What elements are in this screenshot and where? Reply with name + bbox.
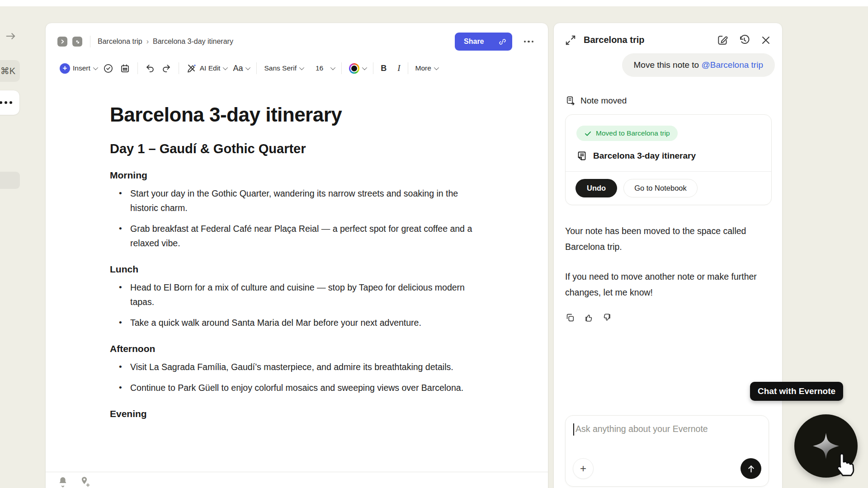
section-heading: Evening <box>110 408 480 419</box>
thumbs-up-button[interactable] <box>584 313 594 323</box>
note-editor-card: Barcelona trip › Barcelona 3-day itinera… <box>45 23 548 488</box>
bullet-item: Start your day in the Gothic Quarter, wa… <box>110 186 480 215</box>
text-color-dropdown[interactable] <box>346 61 369 75</box>
undo-button[interactable]: Undo <box>576 179 617 197</box>
section-heading: Afternoon <box>110 343 480 354</box>
sidebar-more-button[interactable] <box>0 90 20 115</box>
bullet-list: Start your day in the Gothic Quarter, wa… <box>110 186 480 250</box>
check-icon <box>584 130 592 137</box>
calendar-button[interactable] <box>117 61 133 75</box>
chat-history-button[interactable] <box>738 34 750 46</box>
copy-response-button[interactable] <box>565 313 575 323</box>
insert-dropdown[interactable]: + Insert <box>57 61 100 75</box>
chevron-down-icon <box>330 65 335 70</box>
attach-button[interactable]: + <box>573 458 594 479</box>
undo-icon <box>145 63 155 73</box>
section-heading: Morning <box>110 170 480 181</box>
thumbs-down-button[interactable] <box>602 313 612 323</box>
share-button[interactable]: Share <box>455 33 493 51</box>
copy-icon <box>565 313 575 323</box>
panel-title: Barcelona trip <box>584 35 717 45</box>
redo-button[interactable] <box>158 61 175 75</box>
more-formatting-dropdown[interactable]: More <box>412 62 441 74</box>
status-row: Note moved <box>565 95 782 106</box>
note-icon <box>576 150 587 161</box>
undo-button[interactable] <box>142 61 158 75</box>
moved-badge: Moved to Barcelona trip <box>576 126 678 141</box>
breadcrumb-current[interactable]: Barcelona 3-day itinerary <box>153 38 233 46</box>
sidebar-collapsed-item[interactable] <box>0 172 20 189</box>
section-heading: Lunch <box>110 264 480 275</box>
note-more-options-button[interactable] <box>521 38 537 46</box>
status-text: Note moved <box>580 96 627 106</box>
ai-pen-icon <box>186 63 197 74</box>
reminder-bell-button[interactable] <box>57 476 68 488</box>
panel-header: Barcelona trip <box>554 23 782 46</box>
note-content[interactable]: Barcelona 3-day itinerary Day 1 – Gaudí … <box>46 80 548 419</box>
bullet-list: Visit La Sagrada Família, Gaudí’s master… <box>110 360 480 395</box>
breadcrumb-parent[interactable]: Barcelona trip <box>98 38 142 46</box>
editor-footer <box>57 476 91 488</box>
bold-button[interactable]: B <box>377 62 390 75</box>
plus-icon: + <box>60 63 70 74</box>
chevron-down-icon <box>362 65 367 70</box>
bullet-item: Head to El Born for a mix of culture and… <box>110 280 480 309</box>
redo-icon <box>161 63 171 73</box>
italic-button[interactable]: I <box>394 61 403 75</box>
fab-tooltip: Chat with Evernote <box>750 382 843 401</box>
text-style-dropdown[interactable]: Aa <box>230 62 252 75</box>
expand-diagonal-icon <box>565 34 576 46</box>
send-button[interactable] <box>741 458 761 479</box>
divider <box>46 472 548 472</box>
font-family-dropdown[interactable]: Sans Serif <box>261 62 306 74</box>
editor-header: Barcelona trip › Barcelona 3-day itinera… <box>46 23 548 51</box>
assistant-paragraph: Your note has been moved to the space ca… <box>565 223 769 255</box>
note-moved-icon <box>565 95 576 106</box>
divider <box>90 36 90 47</box>
pin-add-icon <box>79 476 91 488</box>
bullet-item: Continue to Park Güell to enjoy colorful… <box>110 380 480 395</box>
assistant-paragraph: If you need to move another note or make… <box>565 269 769 300</box>
ai-edit-dropdown[interactable]: AI Edit <box>183 61 230 75</box>
history-clock-icon <box>738 34 750 46</box>
chevron-down-icon <box>223 65 228 70</box>
bullet-item: Take a quick walk around Santa Maria del… <box>110 315 480 330</box>
sidebar-expand-arrow-icon[interactable] <box>5 30 17 42</box>
bell-icon <box>57 476 68 488</box>
pin-add-button[interactable] <box>79 476 91 488</box>
bullet-item: Visit La Sagrada Família, Gaudí’s master… <box>110 360 480 374</box>
note-moved-card: Moved to Barcelona trip Barcelona 3-day … <box>565 114 772 205</box>
new-chat-button[interactable] <box>717 34 728 46</box>
close-panel-button[interactable] <box>760 35 771 46</box>
expand-panel-button[interactable] <box>565 34 576 46</box>
user-message-bubble: Move this note to @Barcelona trip <box>622 53 775 77</box>
chat-input[interactable]: Ask anything about your Evernote + <box>565 415 769 487</box>
calendar-icon <box>120 63 130 74</box>
shortcut-label: ⌘K <box>0 66 15 76</box>
moved-note-row: Barcelona 3-day itinerary <box>576 150 760 161</box>
top-strip <box>0 0 868 6</box>
expand-note-icon[interactable] <box>72 37 82 47</box>
day-heading: Day 1 – Gaudí & Gothic Quarter <box>110 141 480 156</box>
formatting-toolbar: + Insert AI Edit Aa Sans Serif 16 <box>46 56 548 80</box>
copy-link-button[interactable] <box>493 33 512 51</box>
checklist-button[interactable] <box>100 61 117 75</box>
assistant-panel: Barcelona trip Move this note to @Barcel… <box>553 23 783 488</box>
breadcrumb-separator: › <box>146 38 149 46</box>
chevron-down-icon <box>93 65 98 70</box>
go-to-notebook-button[interactable]: Go to Notebook <box>623 179 698 197</box>
chevron-down-icon <box>299 65 304 70</box>
notebook-mention[interactable]: @Barcelona trip <box>701 60 763 70</box>
moved-note-title[interactable]: Barcelona 3-day itinerary <box>593 151 696 161</box>
collapse-panel-icon[interactable] <box>57 37 67 47</box>
chevron-down-icon <box>434 65 439 70</box>
command-k-shortcut-chip[interactable]: ⌘K <box>0 60 20 82</box>
thumbs-up-icon <box>584 313 594 323</box>
font-size-dropdown[interactable]: 16 <box>312 62 337 74</box>
chat-input-placeholder: Ask anything about your Evernote <box>576 424 708 434</box>
ellipsis-icon <box>0 101 12 104</box>
chat-with-evernote-fab[interactable] <box>794 414 858 478</box>
bullet-item: Grab breakfast at Federal Café near Plaç… <box>110 221 480 250</box>
arrow-up-icon <box>746 464 756 474</box>
compose-icon <box>717 34 728 46</box>
